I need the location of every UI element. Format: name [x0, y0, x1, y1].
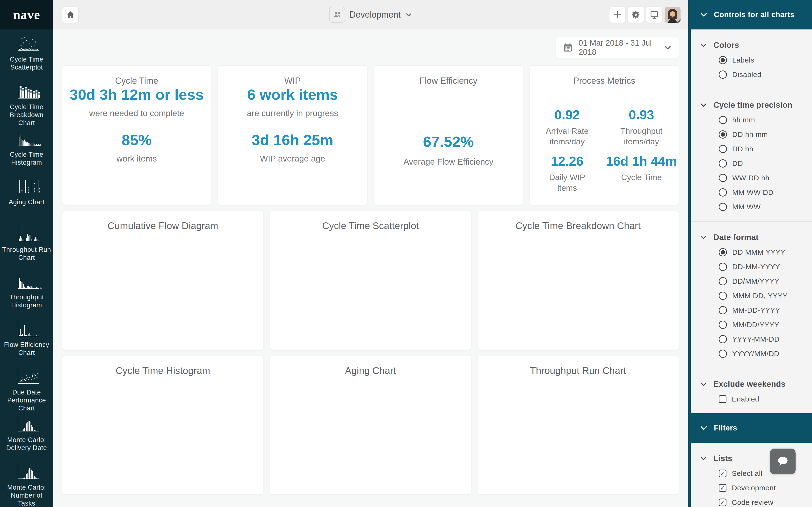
- radio-dd-hh-mm[interactable]: DD hh mm: [691, 130, 812, 138]
- team-icon: [329, 7, 345, 23]
- sidebar-item-monte-carlo-number-of-tasks[interactable]: Monte Carlo: Number of Tasks: [0, 457, 53, 505]
- section-title: Colors: [713, 41, 739, 50]
- chevron-down-icon: [700, 381, 707, 388]
- radio-control[interactable]: [719, 292, 727, 300]
- chevron-down-icon: [700, 234, 707, 241]
- flow-efficiency-card: Flow Efficiency 67.52% Average Flow Effi…: [374, 66, 523, 205]
- radio-control[interactable]: [719, 116, 727, 124]
- cumulative-flow-diagram-chart: Cumulative Flow Diagram: [62, 211, 263, 350]
- radio-control[interactable]: [719, 306, 727, 314]
- option-label: DD hh mm: [732, 130, 768, 138]
- sidebar-item-due-date-performance-chart[interactable]: Due Date Performance Chart: [0, 362, 53, 410]
- sidebar-item-label: Throughput Histogram: [0, 293, 53, 309]
- radio-control[interactable]: [719, 203, 727, 211]
- user-avatar[interactable]: [665, 7, 680, 23]
- radio-mm-dd-yyyy[interactable]: MM-DD-YYYY: [691, 306, 812, 314]
- checkbox-enabled[interactable]: Enabled: [691, 395, 812, 403]
- option-label: YYYY-MM-DD: [732, 335, 779, 343]
- sidebar-item-label: Flow Efficiency Chart: [0, 341, 53, 357]
- sidebar-item-cycle-time-breakdown-chart[interactable]: Cycle Time Breakdown Chart: [0, 77, 53, 125]
- radio-dd-mm-yyyy[interactable]: DD/MM/YYYY: [691, 277, 812, 285]
- radio-control[interactable]: [719, 263, 727, 271]
- settings-button[interactable]: [628, 7, 644, 23]
- due-date-icon: [11, 369, 42, 386]
- radio-yyyy-mm-dd[interactable]: YYYY/MM/DD: [691, 350, 812, 358]
- topbar: Development: [53, 0, 688, 30]
- exclude-weekends-section: Exclude weekendsEnabled: [691, 369, 812, 413]
- sidebar-item-throughput-histogram[interactable]: Throughput Histogram: [0, 267, 53, 315]
- option-label: MM-DD-YYYY: [732, 306, 780, 314]
- chevron-down-icon: [664, 44, 672, 52]
- checkbox-control[interactable]: ✓: [719, 484, 726, 492]
- main-content: 01 Mar 2018 - 31 Jul 2018 Cycle Time 30d…: [53, 30, 688, 507]
- chevron-down-icon: [700, 455, 707, 462]
- radio-control[interactable]: [719, 174, 727, 182]
- scatterplot-plot: [273, 232, 466, 344]
- radio-control[interactable]: [719, 350, 727, 358]
- radio-control[interactable]: [719, 248, 727, 257]
- radio-yyyy-mm-dd[interactable]: YYYY-MM-DD: [691, 335, 812, 343]
- sidebar-item-cycle-time-histogram[interactable]: Cycle Time Histogram: [0, 125, 53, 172]
- cycle-time-percent: 85%: [62, 131, 211, 149]
- option-label: DD: [732, 159, 743, 168]
- sidebar-item-throughput-run-chart[interactable]: Throughput Run Chart: [0, 220, 53, 267]
- topbar-actions: [609, 7, 680, 23]
- radio-dd-mmm-yyyy[interactable]: DD MMM YYYY: [691, 248, 812, 257]
- radio-control[interactable]: [719, 277, 727, 285]
- sidebar-item-label: Cycle Time Scatterplot: [0, 56, 53, 71]
- radio-dd[interactable]: DD: [691, 159, 812, 168]
- daily-wip-metric: 12.26 Daily WIPitems: [530, 154, 604, 193]
- option-label: DD hh: [732, 145, 754, 153]
- radio-control[interactable]: [719, 335, 727, 343]
- board-selector[interactable]: Development: [329, 7, 412, 23]
- gear-icon: [631, 10, 641, 19]
- radio-mmm-dd-yyyy[interactable]: MMM DD, YYYY: [691, 292, 812, 300]
- radio-control[interactable]: [719, 130, 727, 138]
- sidebar-item-monte-carlo-delivery-date[interactable]: Monte Carlo: Delivery Date: [0, 410, 53, 457]
- filters-header[interactable]: Filters: [691, 413, 812, 443]
- radio-control[interactable]: [719, 159, 727, 168]
- colors-section: ColorsLabelsDisabled: [691, 30, 812, 89]
- radio-control[interactable]: [719, 56, 727, 64]
- sidebar-item-label: Throughput Run Chart: [0, 246, 53, 262]
- sidebar-item-label: Monte Carlo: Delivery Date: [0, 436, 53, 452]
- radio-mm-dd-yyyy[interactable]: MM/DD/YYYY: [691, 321, 812, 329]
- option-label: MM/DD/YYYY: [732, 321, 779, 329]
- exclude-weekends-header[interactable]: Exclude weekends: [691, 380, 812, 389]
- plus-icon: [613, 10, 622, 19]
- radio-labels[interactable]: Labels: [691, 56, 812, 64]
- date-format-header[interactable]: Date format: [691, 233, 812, 242]
- radio-mm-ww-dd[interactable]: MM WW DD: [691, 188, 812, 196]
- sidebar-item-cycle-time-scatterplot[interactable]: Cycle Time Scatterplot: [0, 30, 53, 77]
- checkbox-code-review[interactable]: ✓Code review: [691, 498, 812, 507]
- card-title: Process Metrics: [530, 76, 678, 86]
- checkbox-control[interactable]: ✓: [719, 499, 726, 506]
- section-title: Exclude weekends: [713, 380, 785, 389]
- checkbox-control[interactable]: ✓: [719, 469, 726, 477]
- radio-control[interactable]: [719, 70, 727, 79]
- chevron-down-icon: [405, 11, 412, 18]
- date-range-picker[interactable]: 01 Mar 2018 - 31 Jul 2018: [556, 38, 678, 58]
- sidebar-item-aging-chart[interactable]: Aging Chart: [0, 172, 53, 220]
- radio-control[interactable]: [719, 145, 727, 153]
- cycle-time-precision-header[interactable]: Cycle time precision: [691, 101, 812, 110]
- wip-value: 6 work items: [218, 86, 367, 103]
- radio-ww-dd-hh[interactable]: WW DD hh: [691, 174, 812, 182]
- chat-button[interactable]: [770, 449, 796, 474]
- home-button[interactable]: [62, 7, 78, 23]
- colors-header[interactable]: Colors: [691, 41, 812, 50]
- radio-dd-hh[interactable]: DD hh: [691, 145, 812, 153]
- checkbox-development[interactable]: ✓Development: [691, 484, 812, 492]
- radio-control[interactable]: [719, 321, 727, 329]
- controls-header[interactable]: Controls for all charts: [691, 0, 812, 30]
- radio-disabled[interactable]: Disabled: [691, 70, 812, 79]
- radio-mm-ww[interactable]: MM WW: [691, 203, 812, 211]
- checkbox-control[interactable]: [719, 395, 726, 403]
- radio-dd-mm-yyyy[interactable]: DD-MM-YYYY: [691, 263, 812, 271]
- radio-hh-mm[interactable]: hh mm: [691, 116, 812, 124]
- radio-control[interactable]: [719, 188, 727, 196]
- option-label: Select all: [732, 469, 762, 477]
- sidebar-item-flow-efficiency-chart[interactable]: Flow Efficiency Chart: [0, 315, 53, 362]
- add-button[interactable]: [609, 7, 625, 23]
- display-button[interactable]: [646, 7, 662, 23]
